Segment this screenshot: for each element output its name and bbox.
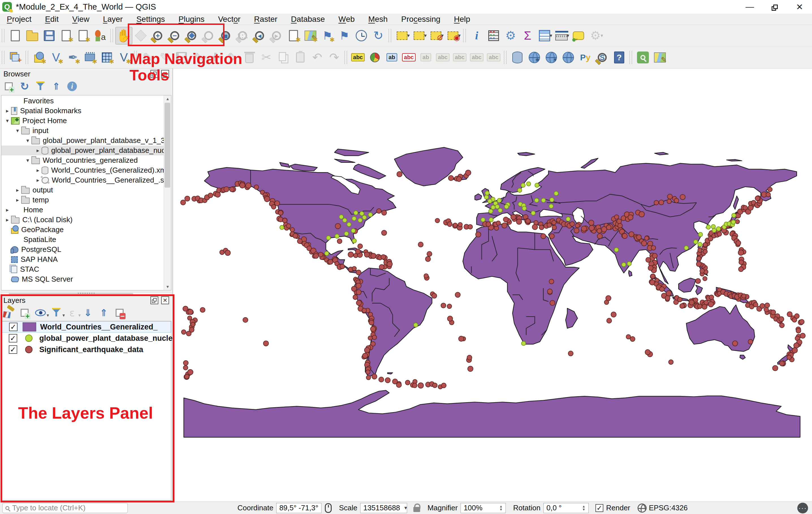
statistical-summary-icon[interactable] — [485, 27, 502, 45]
attribute-table-icon[interactable]: ▼ — [536, 27, 553, 45]
browser-item-c-drive[interactable]: ▸C:\ (Local Disk) — [1, 215, 164, 225]
restore-button[interactable] — [762, 0, 787, 13]
label-pin-gray-icon[interactable]: ab — [417, 49, 434, 66]
scale-combobox[interactable]: 135158688▼ — [360, 503, 407, 513]
browser-item-world-countries-shp[interactable]: ▸World_Countries__Generalized_.shp — [1, 175, 164, 185]
expand-all-icon[interactable]: ⇓ — [82, 307, 94, 319]
browser-item-gppd-nuclear-gpkg[interactable]: ▸global_power_plant_database_nuclear.gp — [1, 145, 164, 155]
undo-icon[interactable]: ↶ — [309, 49, 326, 66]
browser-item-world-countries-xml[interactable]: ▸World_Countries_(Generalized).xml — [1, 165, 164, 175]
browser-item-stac[interactable]: STAC — [1, 264, 164, 274]
zoom-to-layer-icon[interactable]: ▣ — [217, 27, 234, 45]
browser-item-temp[interactable]: ▸temp — [1, 195, 164, 205]
browser-properties-icon[interactable]: i — [66, 80, 78, 92]
expand-right-icon[interactable]: ▸ — [34, 167, 41, 173]
python-console-icon[interactable]: Py — [577, 49, 594, 66]
browser-item-postgresql[interactable]: PostgreSQL — [1, 245, 164, 254]
label-rotate-icon[interactable]: abc — [468, 49, 485, 66]
menu-mesh[interactable]: Mesh — [361, 13, 395, 25]
redo-icon[interactable]: ↷ — [326, 49, 343, 66]
add-group-icon[interactable] — [19, 307, 31, 319]
new-shapefile-layer-icon[interactable]: V✱ — [48, 49, 64, 66]
browser-close-button[interactable]: ✕ — [161, 70, 169, 78]
select-features-icon[interactable]: ▼ — [394, 27, 410, 45]
layer-row-1[interactable]: ✓World_Countries__Generalized_ — [1, 321, 171, 332]
osm-edit-icon[interactable] — [651, 49, 668, 66]
menu-project[interactable]: Project — [0, 13, 38, 25]
expand-down-icon[interactable]: ▾ — [14, 127, 21, 134]
globe-search-icon[interactable]: ◌ — [560, 49, 577, 66]
browser-item-gppd-folder[interactable]: ▾global_power_plant_database_v_1_3 — [1, 136, 164, 145]
browser-refresh-icon[interactable]: ↻ — [19, 80, 31, 92]
toolbar-handle[interactable] — [110, 29, 113, 42]
expand-right-icon[interactable]: ▸ — [34, 147, 41, 154]
panel-splitter[interactable] — [0, 292, 172, 295]
db-manager-icon[interactable] — [509, 49, 526, 66]
expand-down-icon[interactable]: ▾ — [24, 137, 31, 144]
scroll-up-icon[interactable]: ▲ — [164, 96, 171, 102]
run-feature-action-icon[interactable]: ⚙▼ — [587, 27, 604, 45]
locator-search-input[interactable]: Type to locate (Ctrl+K) — [2, 503, 128, 513]
remove-layer-icon[interactable] — [114, 307, 125, 319]
expand-right-icon[interactable]: ▸ — [4, 108, 11, 114]
current-edits-icon[interactable]: ✎ — [139, 49, 156, 66]
add-wms-layer-icon[interactable]: + — [543, 49, 560, 66]
browser-item-project-home[interactable]: ▾Project Home — [1, 116, 164, 126]
manage-map-themes-icon[interactable]: ▼ — [34, 307, 47, 319]
new-print-layout-icon[interactable]: ✱ — [58, 27, 75, 45]
save-layer-edits-icon[interactable] — [173, 49, 190, 66]
pan-map-icon[interactable]: ✋ — [115, 27, 132, 45]
toggle-editing-icon[interactable]: ✎ — [156, 49, 173, 66]
refresh-map-icon[interactable]: ↻ — [370, 27, 387, 45]
browser-float-button[interactable] — [150, 70, 158, 78]
rotation-spinbox[interactable]: 0,0 °▲▼ — [543, 503, 589, 513]
expand-right-icon[interactable]: ▸ — [14, 197, 21, 203]
label-show-hide-icon[interactable]: abc — [434, 49, 451, 66]
new-spatialite-layer-icon[interactable]: ✒✱ — [64, 49, 81, 66]
filter-legend-icon[interactable]: ▼ — [50, 307, 62, 319]
options-gear-icon[interactable]: ⚙ — [502, 27, 519, 45]
identify-features-icon[interactable]: i — [468, 27, 485, 45]
close-button[interactable]: ✕ — [787, 0, 812, 13]
render-checkbox[interactable]: ✓ — [596, 504, 603, 512]
zoom-out-icon[interactable]: − — [166, 27, 183, 45]
label-move-icon[interactable]: abc — [451, 49, 468, 66]
zoom-full-icon[interactable] — [183, 27, 200, 45]
menu-plugins[interactable]: Plugins — [172, 13, 211, 25]
modify-attributes-icon[interactable]: ✎ — [224, 49, 241, 66]
spinner-icons[interactable]: ▲▼ — [582, 505, 585, 511]
browser-item-output[interactable]: ▸output — [1, 185, 164, 195]
layout-manager-icon[interactable]: ✱ — [75, 27, 92, 45]
layers-close-button[interactable]: ✕ — [161, 296, 169, 304]
layer-diagram-icon[interactable] — [367, 49, 383, 66]
menu-view[interactable]: View — [65, 13, 96, 25]
filter-by-expression-icon[interactable]: ε▼ — [66, 307, 78, 319]
lock-scale-icon[interactable] — [413, 507, 420, 512]
quick-map-services-icon[interactable] — [634, 49, 651, 66]
browser-item-favorites[interactable]: Favorites — [1, 96, 164, 106]
messages-button[interactable]: ··· — [797, 503, 808, 513]
open-project-icon[interactable] — [24, 27, 41, 45]
help-contents-icon[interactable]: ? — [611, 49, 628, 66]
minimize-button[interactable]: — — [737, 0, 762, 13]
layer-labeling-icon[interactable]: abc — [349, 49, 367, 66]
deselect-features-icon[interactable]: ⊘▼ — [428, 27, 444, 45]
expand-right-icon[interactable]: ▸ — [4, 207, 11, 213]
crs-status[interactable]: EPSG:4326 — [649, 504, 688, 512]
processing-search-icon[interactable]: S — [594, 49, 611, 66]
cut-features-icon[interactable]: ✂ — [258, 49, 275, 66]
browser-vertical-scrollbar[interactable]: ▲ ▼ — [164, 96, 171, 290]
expand-down-icon[interactable]: ▾ — [24, 157, 31, 164]
menu-vector[interactable]: Vector — [211, 13, 247, 25]
toolbar-handle[interactable] — [134, 51, 137, 64]
browser-item-ms-sql-server[interactable]: MS SQL Server — [1, 274, 164, 284]
layer-styling-icon[interactable] — [3, 307, 15, 319]
browser-item-spatial-bookmarks[interactable]: ▸Spatial Bookmarks — [1, 106, 164, 116]
collapse-all-icon[interactable]: ⇑ — [98, 307, 110, 319]
map-canvas[interactable] — [173, 69, 812, 502]
expand-down-icon[interactable]: ▾ — [4, 117, 11, 124]
browser-collapse-all-icon[interactable]: ⇑ — [50, 80, 62, 92]
layers-float-button[interactable] — [150, 296, 158, 304]
select-by-location-icon[interactable]: ◉▼ — [444, 27, 461, 45]
temporal-controller-icon[interactable] — [353, 27, 370, 45]
